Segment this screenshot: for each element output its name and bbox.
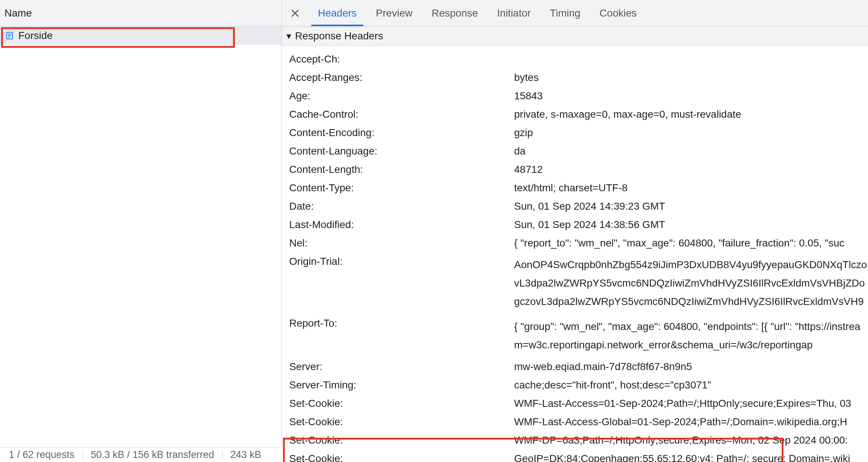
detail-tabs: Headers Preview Response Initiator Timin…: [282, 0, 868, 26]
header-value: bytes: [514, 72, 868, 83]
status-requests: 1 / 62 requests: [9, 449, 83, 461]
header-key: Server:: [289, 361, 514, 373]
header-row[interactable]: Set-Cookie:WMF-Last-Access=01-Sep-2024;P…: [282, 394, 868, 413]
header-key: Age:: [289, 90, 514, 102]
header-key: Set-Cookie:: [289, 434, 514, 446]
header-key: Content-Type:: [289, 182, 514, 194]
status-transferred: 50.3 kB / 156 kB transferred: [83, 449, 222, 461]
column-header-name: Name: [4, 7, 32, 19]
tab-response[interactable]: Response: [422, 0, 487, 26]
request-list-header[interactable]: Name: [0, 0, 281, 26]
header-value: 48712: [514, 164, 868, 175]
status-bar: 1 / 62 requests 50.3 kB / 156 kB transfe…: [0, 447, 282, 462]
header-key: Report-To:: [289, 317, 514, 329]
header-value: GeoIP=DK:84:Copenhagen:55.65:12.60:v4; P…: [514, 453, 868, 462]
header-key: Server-Timing:: [289, 379, 514, 391]
section-title-text: Response Headers: [295, 30, 383, 42]
header-key: Set-Cookie:: [289, 453, 514, 462]
header-row[interactable]: Accept-Ch:: [282, 50, 868, 68]
request-list-panel: Name Forside 1 / 62 requests 50.3 kB / 1…: [0, 0, 282, 462]
header-key: Last-Modified:: [289, 219, 514, 231]
header-value: WMF-Last-Access-Global=01-Sep-2024;Path=…: [514, 416, 868, 428]
header-value: WMF-DP=6a3;Path=/;HttpOnly;secure;Expire…: [514, 434, 868, 446]
header-row[interactable]: Server-Timing:cache;desc="hit-front", ho…: [282, 376, 868, 394]
header-key: Accept-Ch:: [289, 53, 514, 65]
header-value: Sun, 01 Sep 2024 14:38:56 GMT: [514, 219, 868, 231]
header-row[interactable]: Cache-Control:private, s-maxage=0, max-a…: [282, 105, 868, 124]
header-row[interactable]: Content-Type:text/html; charset=UTF-8: [282, 179, 868, 197]
header-row[interactable]: Date:Sun, 01 Sep 2024 14:39:23 GMT: [282, 197, 868, 216]
header-row[interactable]: Nel:{ "report_to": "wm_nel", "max_age": …: [282, 234, 868, 252]
request-row-selected[interactable]: Forside: [0, 26, 281, 45]
header-row[interactable]: Age:15843: [282, 87, 868, 105]
document-icon: [5, 31, 14, 40]
header-key: Nel:: [289, 237, 514, 249]
request-list: Forside: [0, 26, 281, 462]
header-row[interactable]: Last-Modified:Sun, 01 Sep 2024 14:38:56 …: [282, 216, 868, 234]
devtools-network-panel: Name Forside 1 / 62 requests 50.3 kB / 1…: [0, 0, 868, 462]
header-row[interactable]: Content-Length:48712: [282, 160, 868, 179]
header-value: gzip: [514, 127, 868, 139]
header-key: Accept-Ranges:: [289, 72, 514, 83]
header-row[interactable]: Content-Language:da: [282, 142, 868, 160]
header-key: Content-Length:: [289, 164, 514, 175]
header-row[interactable]: Set-Cookie:GeoIP=DK:84:Copenhagen:55.65:…: [282, 449, 868, 462]
header-row[interactable]: Origin-Trial:AonOP4SwCrqpb0nhZbg554z9iJi…: [282, 252, 868, 314]
response-headers-section[interactable]: ▼ Response Headers: [282, 26, 868, 46]
header-row[interactable]: Accept-Ranges:bytes: [282, 68, 868, 87]
tab-timing[interactable]: Timing: [540, 0, 590, 26]
header-row[interactable]: Report-To:{ "group": "wm_nel", "max_age"…: [282, 314, 868, 358]
header-value: AonOP4SwCrqpb0nhZbg554z9iJimP3DxUDB8V4yu…: [514, 256, 868, 311]
header-value: da: [514, 145, 868, 157]
header-key: Set-Cookie:: [289, 416, 514, 428]
header-key: Content-Language:: [289, 145, 514, 157]
header-value: mw-web.eqiad.main-7d78cf8f67-8n9n5: [514, 361, 868, 373]
request-name: Forside: [18, 30, 53, 42]
header-row[interactable]: Set-Cookie:WMF-DP=6a3;Path=/;HttpOnly;se…: [282, 431, 868, 449]
headers-list: Accept-Ch:Accept-Ranges:bytesAge:15843Ca…: [282, 46, 868, 462]
header-key: Set-Cookie:: [289, 398, 514, 409]
header-value: { "group": "wm_nel", "max_age": 604800, …: [514, 317, 868, 354]
tab-headers[interactable]: Headers: [308, 0, 366, 26]
tab-preview[interactable]: Preview: [366, 0, 422, 26]
header-value: { "report_to": "wm_nel", "max_age": 6048…: [514, 237, 868, 249]
tab-cookies[interactable]: Cookies: [590, 0, 646, 26]
header-value: Sun, 01 Sep 2024 14:39:23 GMT: [514, 200, 868, 212]
close-button[interactable]: [282, 0, 308, 26]
status-resources: 243 kB: [222, 449, 269, 461]
header-value: WMF-Last-Access=01-Sep-2024;Path=/;HttpO…: [514, 398, 868, 409]
header-row[interactable]: Server:mw-web.eqiad.main-7d78cf8f67-8n9n…: [282, 358, 868, 376]
header-value: text/html; charset=UTF-8: [514, 182, 868, 194]
header-value: 15843: [514, 90, 868, 102]
header-value: private, s-maxage=0, max-age=0, must-rev…: [514, 109, 868, 120]
header-key: Cache-Control:: [289, 109, 514, 120]
headers-detail-panel: Headers Preview Response Initiator Timin…: [282, 0, 868, 462]
header-value: cache;desc="hit-front", host;desc="cp307…: [514, 379, 868, 391]
header-key: Origin-Trial:: [289, 256, 514, 267]
header-row[interactable]: Set-Cookie:WMF-Last-Access-Global=01-Sep…: [282, 413, 868, 431]
header-key: Date:: [289, 200, 514, 212]
tab-initiator[interactable]: Initiator: [488, 0, 541, 26]
header-row[interactable]: Content-Encoding:gzip: [282, 124, 868, 142]
header-key: Content-Encoding:: [289, 127, 514, 139]
disclosure-triangle-icon: ▼: [285, 32, 293, 40]
